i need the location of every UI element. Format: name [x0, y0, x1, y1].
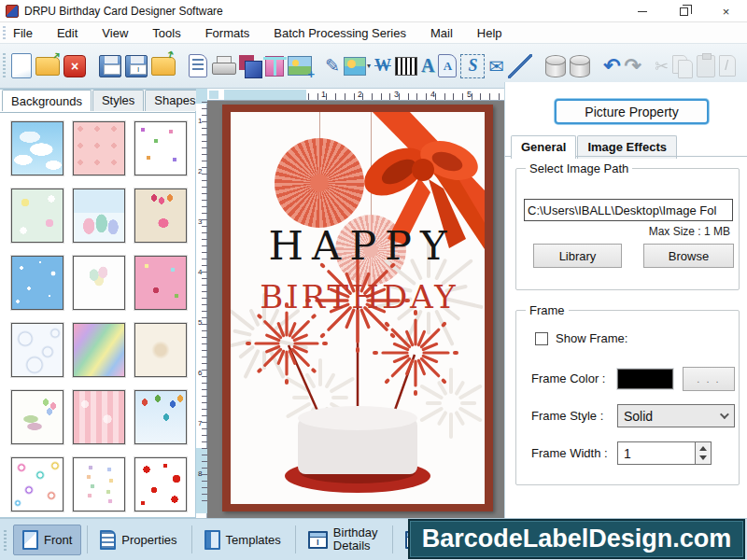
frame-width-label: Frame Width : [531, 446, 608, 460]
menu-item-batch-processing-series[interactable]: Batch Processing Series [274, 26, 406, 40]
frame-style-select[interactable]: Solid [617, 404, 735, 427]
copies-icon[interactable] [239, 52, 261, 80]
tab-front[interactable]: Front [13, 525, 81, 555]
tab-general[interactable]: General [511, 135, 576, 159]
background-thumbnail-colorful-heart-outlines[interactable] [11, 457, 63, 511]
copy-icon [672, 52, 693, 80]
card-text-birthday[interactable]: BIRTHDAY [231, 278, 485, 315]
website-banner[interactable]: BarcodeLabelDesign.com [408, 519, 745, 559]
tab-properties[interactable]: Properties [92, 525, 185, 554]
tab-styles[interactable]: Styles [92, 90, 144, 111]
birthday-card-preview[interactable]: HAPPY BIRTHDAY [222, 105, 493, 511]
templates-icon [204, 530, 220, 550]
menu-item-file[interactable]: File [13, 26, 33, 40]
restore-button[interactable] [663, 0, 705, 22]
print-icon[interactable] [211, 52, 235, 80]
text-icon[interactable]: A [421, 52, 434, 80]
open-folder-icon[interactable] [35, 52, 60, 80]
background-thumbnail-pink-hearts-texture[interactable] [73, 121, 125, 175]
background-thumbnail-pink-birthday-cakes[interactable] [134, 256, 187, 310]
database-plain-icon[interactable] [570, 52, 590, 80]
background-thumbnail-soap-bubbles[interactable] [11, 323, 63, 377]
print-preview-icon[interactable] [189, 52, 207, 80]
frame-style-label: Frame Style : [531, 409, 603, 423]
redo-icon[interactable]: ↷ [625, 52, 641, 80]
gift-icon[interactable] [265, 52, 284, 80]
background-thumbnail-blue-sky-clouds[interactable] [11, 121, 63, 175]
application-window: DRPU Birthday Card Designer Software × F… [0, 0, 747, 560]
export-folder-icon[interactable] [151, 52, 176, 80]
signature-icon: S [460, 54, 485, 78]
window-title: DRPU Birthday Card Designer Software [24, 5, 223, 18]
minimize-button[interactable] [621, 0, 663, 22]
new-document-icon[interactable] [11, 52, 32, 80]
frame-style-value: Solid [624, 409, 653, 424]
design-canvas[interactable]: 12345 [207, 89, 504, 518]
close-button[interactable]: × [705, 0, 747, 22]
background-thumbnail-beige-balloons-pink-bird[interactable] [134, 189, 187, 243]
background-thumbnail-pastel-winter-teddies[interactable] [73, 189, 125, 243]
menu-item-tools[interactable]: Tools [152, 26, 180, 40]
text-page-icon[interactable]: A [438, 52, 457, 80]
menu-item-formats[interactable]: Formats [205, 26, 250, 40]
menu-bar: FileEditViewToolsFormatsBatch Processing… [0, 22, 747, 44]
minimize-icon [638, 11, 647, 12]
menu-item-help[interactable]: Help [477, 26, 502, 40]
browse-button[interactable]: Browse [643, 244, 734, 268]
picture-property-button[interactable]: Picture Property [555, 99, 709, 124]
frame-width-input[interactable]: 1 [617, 441, 696, 465]
background-thumbnail-faint-pastel-balloons[interactable] [73, 256, 125, 310]
pen-icon[interactable]: ✎ [325, 52, 340, 80]
close-file-icon[interactable]: × [63, 52, 86, 80]
tab-birthday-details[interactable]: BirthdayDetails [300, 522, 387, 556]
bow-knot [412, 159, 434, 181]
picture-shape-icon[interactable]: ▾ [344, 52, 371, 80]
chevron-down-icon [720, 410, 729, 419]
background-thumbnail-pastel-daisies[interactable] [11, 189, 63, 243]
save-as-icon[interactable] [125, 52, 148, 80]
undo-icon[interactable]: ↶ [603, 52, 620, 80]
tab-templates[interactable]: Templates [196, 525, 289, 554]
background-thumbnail-butterflies-flowers-white[interactable] [134, 121, 187, 175]
redo-icon: ↷ [625, 54, 641, 78]
horizontal-ruler: 12345 [207, 89, 504, 101]
background-thumbnail-happy-birthday-balloons[interactable] [11, 390, 63, 444]
image-path-input[interactable] [524, 199, 733, 221]
insert-image-icon[interactable] [288, 52, 312, 80]
red-firework [383, 320, 448, 385]
save-icon[interactable] [99, 52, 121, 80]
tab-backgrounds[interactable]: Backgrounds [2, 90, 92, 111]
print-icon [211, 56, 235, 77]
menu-item-mail[interactable]: Mail [430, 26, 453, 40]
frame-color-picker-button[interactable]: . . . [683, 367, 735, 391]
menu-item-view[interactable]: View [102, 26, 128, 40]
background-thumbnail-red-hearts-white[interactable] [134, 457, 187, 511]
line-icon[interactable] [508, 52, 532, 80]
menu-item-edit[interactable]: Edit [57, 26, 78, 40]
ruler-number: 4 [430, 90, 435, 99]
card-artwork: HAPPY BIRTHDAY [231, 112, 485, 504]
database-icon [545, 55, 566, 77]
background-thumbnail-sky-colorful-balloons[interactable] [134, 390, 187, 444]
library-button[interactable]: Library [533, 244, 622, 268]
frame-color-label: Frame Color : [531, 371, 605, 385]
card-text-happy[interactable]: HAPPY [231, 222, 485, 269]
database-icon[interactable] [545, 52, 566, 80]
background-thumbnail-rainbow-pastel-swirl[interactable] [73, 323, 125, 377]
background-thumbnail-pink-heart-curtain[interactable] [73, 390, 125, 444]
show-frame-checkbox[interactable] [535, 332, 548, 345]
mail-icon[interactable]: ✉ [488, 52, 504, 80]
ruler-number: 2 [358, 90, 362, 99]
tab-label: Properties [121, 533, 176, 547]
copies-icon [239, 55, 261, 77]
signature-icon[interactable]: S [460, 52, 485, 80]
frame-width-spinner[interactable] [696, 441, 712, 465]
barcode-icon[interactable] [395, 52, 417, 80]
background-thumbnail-cream-teddy-bear[interactable] [134, 323, 187, 377]
background-thumbnail-blue-white-stars[interactable] [11, 256, 63, 310]
tab-label: BirthdayDetails [333, 526, 378, 552]
background-thumbnail-pastel-balloon-columns[interactable] [73, 457, 125, 511]
save-as-icon [125, 55, 148, 77]
frame-width-value: 1 [624, 446, 631, 461]
watermark-icon[interactable]: W [374, 52, 391, 80]
